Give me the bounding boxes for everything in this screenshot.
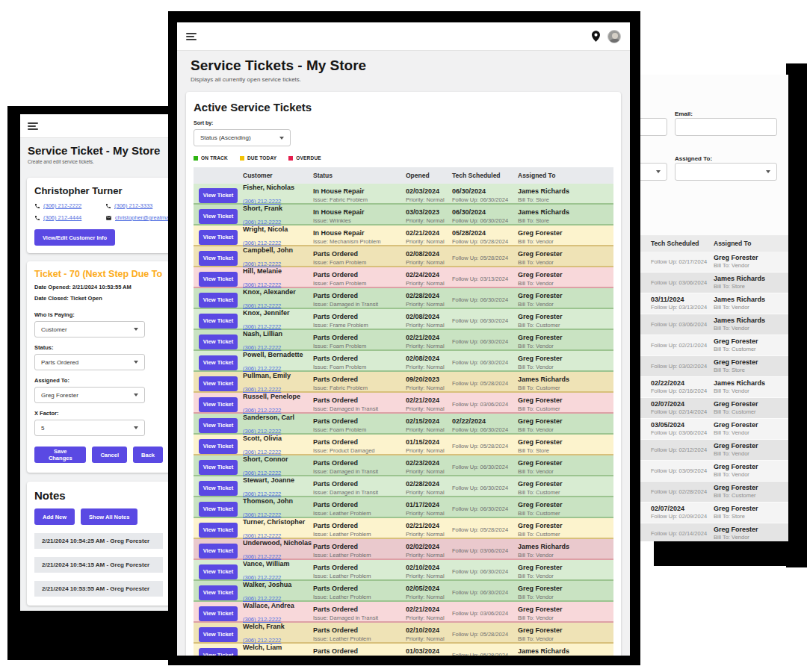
note-item[interactable]: 2/21/2024 10:54:15 AM - Greg Forester: [34, 557, 163, 573]
opened-cell: 01/15/2024Priority: Normal: [406, 438, 452, 454]
issue-value: Issue: Damaged in Transit: [313, 489, 406, 496]
view-edit-customer-button[interactable]: View/Edit Customer Info: [34, 229, 115, 246]
window-shadow: [786, 63, 807, 567]
phone-link[interactable]: (306) 212-2222: [243, 261, 281, 267]
phone-link[interactable]: (306) 212-2222: [243, 449, 281, 455]
status-value: Parts Ordered: [313, 438, 406, 447]
user-avatar[interactable]: [607, 30, 621, 43]
view-ticket-button[interactable]: View Ticket: [199, 397, 238, 412]
email-field[interactable]: [675, 118, 777, 136]
note-item[interactable]: 2/21/2024 10:54:25 AM - Greg Forester: [34, 533, 163, 549]
view-ticket-button[interactable]: View Ticket: [199, 251, 238, 266]
note-item[interactable]: 2/21/2024 10:53:55 AM - Greg Forester: [34, 581, 163, 597]
phone-link[interactable]: (306) 212-2222: [243, 428, 281, 435]
view-ticket-cell: View Ticket: [194, 314, 243, 329]
view-ticket-button[interactable]: View Ticket: [199, 502, 238, 517]
save-changes-button[interactable]: Save Changes: [34, 447, 86, 463]
view-ticket-button[interactable]: View Ticket: [199, 606, 238, 621]
view-ticket-button[interactable]: View Ticket: [199, 230, 238, 245]
phone-link[interactable]: (306) 212-2222: [243, 470, 281, 476]
assigned-to-select[interactable]: Greg Forester: [34, 387, 145, 403]
view-ticket-button[interactable]: View Ticket: [199, 418, 238, 433]
phone-link[interactable]: (306) 212-2222: [243, 574, 281, 581]
view-ticket-button[interactable]: View Ticket: [199, 460, 238, 475]
view-ticket-button[interactable]: View Ticket: [199, 293, 238, 308]
view-ticket-button[interactable]: View Ticket: [199, 188, 238, 203]
view-ticket-button[interactable]: View Ticket: [199, 564, 238, 579]
phone-link[interactable]: (306) 212-2222: [243, 281, 281, 288]
table-row: View TicketShort, Connor(306) 212-2222Pa…: [194, 455, 613, 476]
opened-date: 02/02/2024: [406, 543, 452, 551]
follow-up-value: Follow Up: 03/06/2024: [651, 279, 714, 286]
menu-icon[interactable]: [186, 33, 197, 40]
phone-link[interactable]: (306) 212-2222: [243, 511, 281, 518]
customer-cell: Walker, Joshua(306) 212-2222: [243, 581, 313, 604]
status-cell: Parts OrderedIssue: Leather Problem: [313, 564, 406, 579]
sort-select[interactable]: Status (Ascending): [194, 129, 291, 146]
legend-color-swatch: [288, 156, 293, 161]
view-ticket-button[interactable]: View Ticket: [199, 439, 238, 454]
cancel-button[interactable]: Cancel: [92, 447, 127, 463]
phone-link[interactable]: (306) 212-3333: [114, 202, 152, 209]
view-ticket-button[interactable]: View Ticket: [199, 648, 238, 656]
view-ticket-button[interactable]: View Ticket: [199, 627, 238, 642]
priority-value: Priority: Normal: [406, 385, 452, 391]
phone-link[interactable]: (306) 212-2222: [243, 302, 281, 309]
x-factor-select[interactable]: 5: [34, 420, 145, 436]
assigned-to-select[interactable]: [675, 163, 777, 181]
phone-link[interactable]: (306) 212-2222: [243, 386, 281, 393]
phone-link[interactable]: (306) 212-2222: [243, 219, 281, 225]
phone-link[interactable]: (306) 212-2222: [243, 491, 281, 497]
phone-link[interactable]: (306) 212-4444: [43, 214, 81, 221]
ticket-form: Who Is Paying: Customer Cost (Be 290.00 …: [34, 305, 177, 436]
view-ticket-button[interactable]: View Ticket: [199, 209, 238, 224]
clipped-input[interactable]: [639, 118, 667, 136]
back-button[interactable]: Back: [133, 447, 163, 463]
assigned-cell: James RichardsBill To: Store: [714, 275, 788, 290]
assigned-name: Greg Forester: [518, 313, 613, 321]
who-is-paying-select[interactable]: Customer: [34, 321, 145, 337]
phone-link[interactable]: (306) 212-2222: [243, 240, 281, 246]
view-ticket-button[interactable]: View Ticket: [199, 376, 238, 391]
customer-name: Short, Frank: [243, 205, 313, 213]
follow-up-value: Follow Up: 02/14/2024: [651, 408, 714, 415]
phone-link[interactable]: (306) 212-2222: [243, 407, 281, 414]
add-new-note-button[interactable]: Add New: [34, 508, 75, 525]
phone-link[interactable]: (306) 212-2222: [243, 323, 281, 330]
customer-cell: Stewart, Joanne(306) 212-2222: [243, 476, 313, 500]
view-ticket-button[interactable]: View Ticket: [199, 544, 238, 559]
show-all-notes-button[interactable]: Show All Notes: [81, 508, 137, 525]
status-select[interactable]: Parts Ordered: [34, 354, 145, 370]
clipped-select[interactable]: [639, 163, 667, 181]
phone-link[interactable]: (306) 212-2222: [243, 532, 281, 539]
phone-link[interactable]: (306) 212-2222: [43, 202, 81, 209]
phone-link[interactable]: (306) 212-2222: [243, 553, 281, 560]
view-ticket-button[interactable]: View Ticket: [199, 481, 238, 496]
view-ticket-button[interactable]: View Ticket: [199, 272, 238, 287]
table-row: 03/05/2024Follow Up: 03/06/2024Greg Fore…: [639, 419, 788, 440]
phone-link[interactable]: (306) 212-2222: [243, 637, 281, 644]
view-ticket-button[interactable]: View Ticket: [199, 314, 238, 329]
column-header-assigned-to: Assigned To: [518, 172, 613, 179]
assigned-cell: Greg ForesterBill To: Store: [518, 438, 613, 454]
location-pin-icon[interactable]: [592, 31, 600, 42]
assigned-cell: Greg ForesterBill To: Store: [714, 505, 788, 520]
tech-scheduled-cell: Follow Up: 05/28/2024: [452, 652, 518, 656]
tickets-table: Customer Status Opened Tech Scheduled As…: [194, 167, 613, 656]
results-table-body: Follow Up: 02/17/2024Greg ForesterBill T…: [639, 252, 788, 541]
phone-link[interactable]: (306) 212-2222: [243, 344, 281, 351]
view-ticket-button[interactable]: View Ticket: [199, 355, 238, 370]
tech-date: 03/05/2024: [651, 421, 714, 429]
customer-name: Short, Connor: [243, 455, 313, 464]
phone-link[interactable]: (306) 212-2222: [243, 365, 281, 372]
phone-link[interactable]: (306) 212-2222: [243, 595, 281, 602]
phone-link[interactable]: (306) 212-2222: [243, 198, 281, 205]
ticket-heading: Ticket - 70 (Next Step Due To: [34, 269, 163, 279]
phone-link[interactable]: (306) 212-2222: [243, 616, 281, 623]
view-ticket-button[interactable]: View Ticket: [199, 585, 238, 600]
view-ticket-button[interactable]: View Ticket: [199, 523, 238, 538]
priority-value: Priority: Normal: [406, 280, 452, 287]
menu-icon[interactable]: [28, 122, 38, 130]
view-ticket-button[interactable]: View Ticket: [199, 335, 238, 349]
tech-scheduled-cell: 02/07/2024Follow Up: 02/14/2024: [639, 400, 714, 416]
